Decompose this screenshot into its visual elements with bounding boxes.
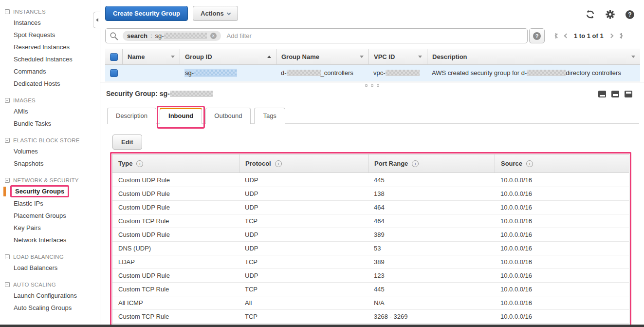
rule-protocol: UDP — [239, 269, 368, 282]
collapse-minus-icon[interactable] — [5, 138, 10, 143]
sidebar-item-network-interfaces[interactable]: Network Interfaces — [0, 234, 100, 246]
sidebar-item-bundle-tasks[interactable]: Bundle Tasks — [0, 117, 100, 130]
sidebar-item-placement-groups[interactable]: Placement Groups — [0, 210, 100, 222]
rule-type: Custom UDP Rule — [112, 201, 239, 214]
sidebar-item-elastic-ips[interactable]: Elastic IPs — [0, 197, 100, 210]
search-help-button[interactable]: ? — [529, 28, 545, 43]
inbound-rule-row: DNS (UDP) UDP 53 10.0.0.0/16 — [112, 241, 629, 255]
rule-type: Custom TCP Rule — [112, 283, 239, 296]
inbound-rule-row: Custom UDP Rule UDP 445 10.0.0.0/16 — [112, 173, 629, 187]
sidebar-item-volumes[interactable]: Volumes — [0, 145, 100, 157]
edit-button[interactable]: Edit — [112, 135, 142, 150]
redacted-text — [164, 33, 207, 39]
sort-arrow-icon[interactable] — [360, 56, 364, 58]
sidebar-collapse-handle[interactable] — [93, 12, 100, 28]
column-header-vpc-id[interactable]: VPC ID — [368, 49, 427, 64]
help-icon[interactable]: ? — [626, 10, 634, 19]
cell-group-id: sg- — [180, 65, 276, 81]
next-page-button[interactable] — [609, 34, 613, 38]
rule-protocol: UDP — [239, 228, 368, 241]
column-header-description[interactable]: Description — [427, 49, 640, 64]
tab-outbound[interactable]: Outbound — [205, 108, 251, 124]
sidebar-section-header[interactable]: LOAD BALANCING — [0, 252, 100, 262]
security-group-row[interactable]: sg- d-_controllers vpc- AWS created secu… — [105, 65, 640, 81]
sidebar-item-dedicated-hosts[interactable]: Dedicated Hosts — [0, 77, 100, 90]
sidebar-item-load-balancers[interactable]: Load Balancers — [0, 262, 100, 274]
search-input[interactable]: search : sg- × Add filter — [105, 28, 528, 43]
sort-arrow-icon[interactable] — [171, 56, 175, 58]
sidebar-item-label: Network Interfaces — [14, 236, 66, 244]
sidebar-item-label: Bundle Tasks — [14, 120, 51, 127]
sidebar-item-launch-configurations[interactable]: Launch Configurations — [0, 289, 100, 302]
tab-description[interactable]: Description — [107, 108, 156, 124]
sidebar-section-header[interactable]: AUTO SCALING — [0, 280, 100, 289]
actions-button[interactable]: Actions — [193, 6, 238, 21]
sidebar-item-amis[interactable]: AMIs — [0, 105, 100, 117]
collapse-minus-icon[interactable] — [5, 9, 10, 14]
sort-arrow-icon[interactable] — [631, 56, 635, 58]
sidebar-section-title: AUTO SCALING — [13, 282, 56, 288]
column-header-group-id[interactable]: Group ID — [180, 49, 276, 64]
collapse-minus-icon[interactable] — [5, 254, 10, 259]
remove-filter-icon[interactable]: × — [210, 33, 217, 39]
previous-page-button[interactable] — [565, 34, 568, 38]
sidebar-section-header[interactable]: IMAGES — [0, 96, 100, 105]
sidebar-item-spot-requests[interactable]: Spot Requests — [0, 29, 100, 41]
sidebar-section-header[interactable]: ELASTIC BLOCK STORE — [0, 135, 100, 145]
sidebar-item-scheduled-instances[interactable]: Scheduled Instances — [0, 53, 100, 65]
redacted-text — [386, 70, 420, 76]
question-icon: ? — [533, 32, 541, 40]
rule-port-range: 445 — [368, 173, 495, 187]
sidebar-section-header[interactable]: NETWORK & SECURITY — [0, 175, 100, 185]
rule-source: 10.0.0.0/16 — [495, 173, 629, 187]
sidebar-section: AUTO SCALING Launch Configurations Auto … — [0, 280, 100, 314]
search-filter-tag[interactable]: search : sg- × — [123, 31, 221, 41]
collapse-minus-icon[interactable] — [5, 282, 10, 287]
gear-icon[interactable] — [606, 10, 615, 19]
rule-protocol: TCP — [239, 255, 368, 269]
sidebar-item-label: Scheduled Instances — [14, 56, 73, 63]
info-icon[interactable]: i — [275, 160, 282, 167]
first-page-button[interactable] — [555, 33, 559, 38]
sidebar-item-label: AMIs — [14, 108, 28, 115]
sidebar-section-header[interactable]: INSTANCES — [0, 7, 100, 17]
column-header-group-name[interactable]: Group Name — [276, 49, 368, 64]
pane-layout-bottom-icon[interactable] — [598, 91, 606, 97]
sidebar-item-snapshots[interactable]: Snapshots — [0, 157, 100, 170]
sidebar-item-key-pairs[interactable]: Key Pairs — [0, 222, 100, 234]
tab-inbound[interactable]: Inbound — [160, 108, 202, 124]
aws-ec2-console: { "sidebar": { "sections": [ { "title": … — [0, 0, 644, 327]
refresh-icon[interactable] — [586, 10, 595, 19]
rule-port-range: 138 — [368, 187, 495, 200]
rule-type: Custom UDP Rule — [112, 269, 239, 282]
info-icon[interactable]: i — [412, 160, 419, 167]
collapse-minus-icon[interactable] — [5, 178, 10, 183]
tab-tags[interactable]: Tags — [254, 108, 285, 124]
last-page-button[interactable] — [619, 33, 622, 38]
inbound-rules-table: Typei Protocoli Port Rangei Sourcei Cust… — [112, 154, 629, 324]
rule-protocol: TCP — [239, 283, 368, 296]
sidebar-section: INSTANCES Instances Spot Requests Reserv… — [0, 7, 100, 90]
select-all-checkbox[interactable] — [110, 53, 118, 61]
inbound-rule-row: Custom TCP Rule TCP 445 10.0.0.0/16 — [112, 282, 629, 296]
rule-source: 10.0.0.0/16 — [495, 283, 629, 296]
rule-protocol: UDP — [239, 242, 368, 255]
sidebar-item-reserved-instances[interactable]: Reserved Instances — [0, 41, 100, 53]
pane-layout-split-icon[interactable] — [611, 91, 619, 97]
collapse-minus-icon[interactable] — [5, 98, 10, 103]
column-header-name[interactable]: Name — [122, 49, 180, 64]
sidebar-item-commands[interactable]: Commands — [0, 65, 100, 77]
sidebar-item-instances[interactable]: Instances — [0, 17, 100, 29]
sidebar-item-auto-scaling-groups[interactable]: Auto Scaling Groups — [0, 302, 100, 314]
sort-arrow-icon[interactable] — [267, 56, 271, 58]
create-security-group-button[interactable]: Create Security Group — [105, 6, 188, 21]
sidebar-item-security-groups[interactable]: Security Groups — [0, 185, 100, 197]
info-icon[interactable]: i — [136, 160, 143, 167]
rule-type: DNS (UDP) — [112, 242, 239, 255]
sidebar-section-items: Load Balancers — [0, 262, 100, 274]
info-icon[interactable]: i — [526, 160, 533, 167]
row-checkbox[interactable] — [110, 69, 118, 77]
sort-arrow-icon[interactable] — [418, 56, 422, 58]
pane-layout-top-icon[interactable] — [625, 91, 632, 97]
panel-splitter-handle[interactable] — [100, 82, 644, 89]
